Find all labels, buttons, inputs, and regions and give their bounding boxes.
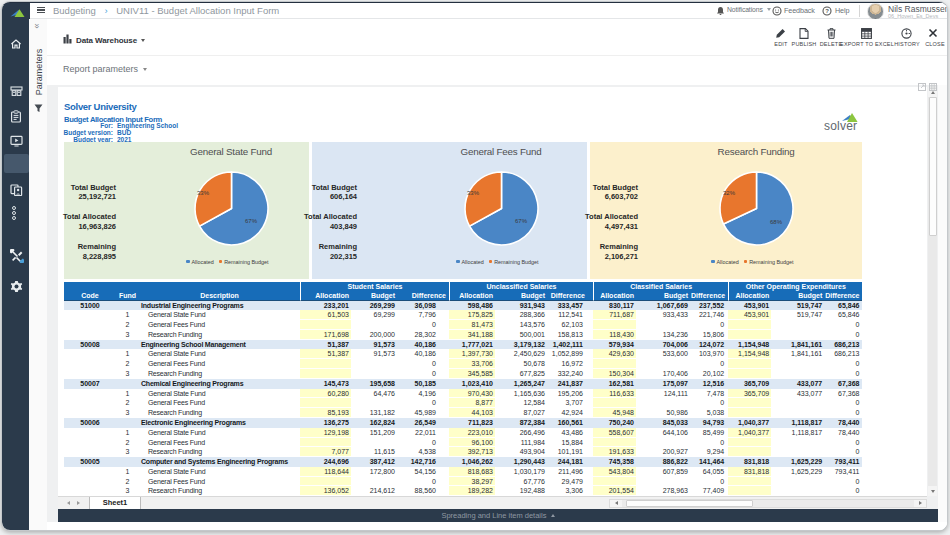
svg-text:?: ?	[825, 8, 829, 14]
